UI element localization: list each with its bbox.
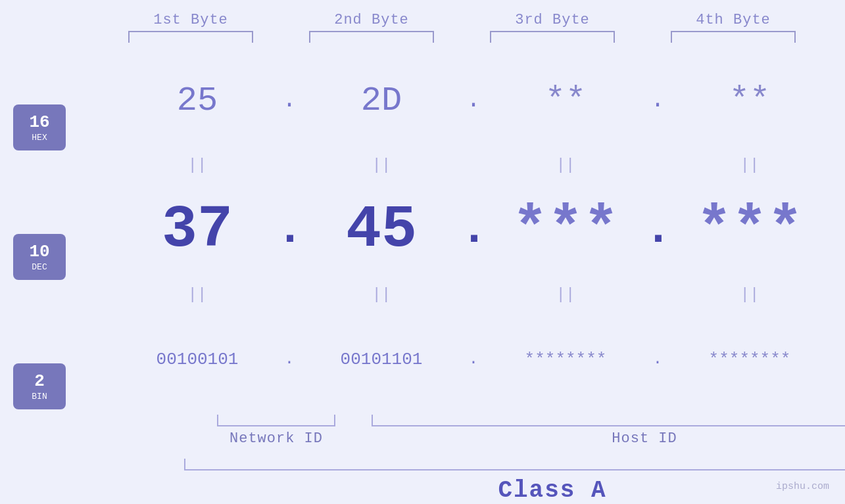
hex-dot-2: . <box>460 83 487 118</box>
byte4-header: 4th Byte <box>643 12 824 28</box>
network-bracket <box>217 415 335 426</box>
bin-row: 00100101 . 00101101 . ******** . <box>66 308 845 411</box>
byte3-header: 3rd Byte <box>462 12 643 28</box>
bracket-top-4 <box>671 31 796 43</box>
hex-row: 25 . 2D . ** . ** <box>66 49 845 152</box>
top-brackets <box>39 31 845 43</box>
eq-2-b2: || <box>302 286 460 304</box>
bottom-area: Network ID Host ID Class A <box>145 411 845 504</box>
bracket-top-1 <box>128 31 253 43</box>
bin-b2: 00101101 <box>302 350 460 369</box>
eq-1-b2: || <box>302 156 460 174</box>
eq-1-b3: || <box>487 156 644 174</box>
bracket-cell-2 <box>281 31 462 43</box>
data-columns: 25 . 2D . ** . ** <box>66 49 845 504</box>
bin-b1: 00100101 <box>118 350 276 369</box>
host-id-label: Host ID <box>612 430 677 447</box>
dec-dot-1: . <box>276 200 302 260</box>
host-bracket <box>372 415 845 426</box>
dec-row: 37 . 45 . *** . *** <box>66 179 845 282</box>
byte-headers: 1st Byte 2nd Byte 3rd Byte 4th Byte <box>39 0 845 28</box>
sep-row-2: || || || || <box>66 281 845 308</box>
hex-b3: ** <box>487 81 644 120</box>
watermark: ipshu.com <box>776 481 829 492</box>
eq-1-b4: || <box>671 156 829 174</box>
bin-b3: ******** <box>487 350 644 369</box>
host-id-section: Host ID <box>368 415 845 447</box>
dec-label: 10 DEC <box>13 234 66 280</box>
byte1-header: 1st Byte <box>101 12 281 28</box>
dec-b1: 37 <box>118 200 276 260</box>
bracket-cell-1 <box>101 31 281 43</box>
bin-dot-3: . <box>644 350 671 368</box>
eq-2-b4: || <box>671 286 829 304</box>
hex-b1: 25 <box>118 81 276 120</box>
network-id-section: Network ID <box>184 415 368 447</box>
full-bracket <box>184 459 845 470</box>
dec-dot-2: . <box>460 200 487 260</box>
bin-label: 2 BIN <box>13 363 66 409</box>
bracket-top-2 <box>309 31 434 43</box>
dec-b4: *** <box>671 200 829 260</box>
hex-dot-1: . <box>276 83 302 118</box>
labels-column: 16 HEX 10 DEC 2 BIN <box>0 49 66 504</box>
eq-1-b1: || <box>118 156 276 174</box>
bin-b4: ******** <box>671 350 829 369</box>
bin-dot-2: . <box>460 350 487 368</box>
content-area: 16 HEX 10 DEC 2 BIN 25 . <box>0 49 845 504</box>
hex-label: 16 HEX <box>13 104 66 150</box>
bracket-top-3 <box>490 31 615 43</box>
full-bracket-row <box>184 459 845 470</box>
bracket-cell-4 <box>643 31 824 43</box>
hex-b2: 2D <box>302 81 460 120</box>
eq-2-b1: || <box>118 286 276 304</box>
dec-b3: *** <box>487 200 644 260</box>
main-container: 1st Byte 2nd Byte 3rd Byte 4th Byte 16 H… <box>0 0 845 504</box>
class-label: Class A <box>184 477 845 504</box>
sep-row-1: || || || || <box>66 152 845 179</box>
byte2-header: 2nd Byte <box>281 12 462 28</box>
dec-b2: 45 <box>302 200 460 260</box>
hex-b4: ** <box>671 81 829 120</box>
hex-dot-3: . <box>644 83 671 118</box>
id-labels-row: Network ID Host ID <box>184 415 845 447</box>
bracket-cell-3 <box>462 31 643 43</box>
bin-dot-1: . <box>276 350 302 368</box>
network-id-label: Network ID <box>229 430 323 447</box>
eq-2-b3: || <box>487 286 644 304</box>
dec-dot-3: . <box>644 200 671 260</box>
